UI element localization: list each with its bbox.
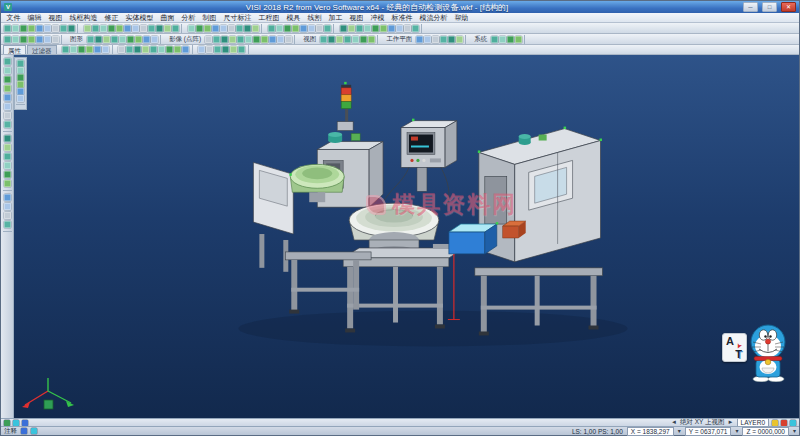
toolbar-icon[interactable] [368, 36, 375, 43]
toolbar-icon[interactable] [4, 153, 11, 160]
toolbar-icon[interactable] [102, 46, 109, 53]
coordinate-z-dropdown-icon[interactable]: ▾ [793, 428, 796, 435]
menu-item[interactable]: 文件 [3, 13, 24, 23]
toolbar-icon[interactable] [4, 203, 11, 210]
toolbar-icon[interactable] [238, 46, 245, 53]
machine-3d-model[interactable] [14, 55, 799, 418]
toolbar-icon[interactable] [268, 25, 275, 32]
toolbar-icon[interactable] [221, 36, 228, 43]
toolbar-icon[interactable] [244, 25, 251, 32]
toolbar-icon[interactable] [52, 36, 59, 43]
toolbar-icon[interactable] [424, 36, 431, 43]
toolbar-icon[interactable] [4, 144, 11, 151]
menu-item[interactable]: 分析 [178, 13, 199, 23]
toolbar-icon[interactable] [372, 25, 379, 32]
toolbar-icon[interactable] [213, 36, 220, 43]
toolbar-icon[interactable] [4, 135, 11, 142]
menu-item[interactable]: 线割 [304, 13, 325, 23]
toolbar-icon[interactable] [68, 25, 75, 32]
toolbar-icon[interactable] [4, 180, 11, 187]
toolbar-icon[interactable] [340, 25, 347, 32]
toolbar-icon[interactable] [174, 46, 181, 53]
toolbar-icon[interactable] [320, 36, 327, 43]
toolbar-icon[interactable] [78, 46, 85, 53]
toolbar-icon[interactable] [448, 36, 455, 43]
toolbar-icon[interactable] [352, 36, 359, 43]
toolbar-icon[interactable] [360, 36, 367, 43]
toolbar-icon[interactable] [142, 46, 149, 53]
toolbar-icon[interactable] [284, 25, 291, 32]
toolbar-icon[interactable] [20, 36, 27, 43]
toolbar-icon[interactable] [126, 46, 133, 53]
toolbar-icon[interactable] [132, 25, 139, 32]
toolbar-icon[interactable] [4, 94, 11, 101]
menu-item[interactable]: 修正 [101, 13, 122, 23]
toolbar-icon[interactable] [60, 25, 67, 32]
pen-color-icon[interactable] [781, 420, 787, 426]
toolbar-icon[interactable] [151, 36, 158, 43]
toolbar-icon[interactable] [4, 221, 11, 228]
toolbar-icon[interactable] [212, 25, 219, 32]
toolbar-icon[interactable] [118, 46, 125, 53]
status-grid-icon[interactable] [13, 420, 19, 426]
toolbar-icon[interactable] [4, 25, 11, 32]
command-icon[interactable] [21, 428, 27, 434]
menu-item[interactable]: 模具 [283, 13, 304, 23]
toolbar-icon[interactable] [111, 36, 118, 43]
panel-tab[interactable]: 属性 [3, 45, 26, 55]
menu-item[interactable]: 线框构造 [66, 13, 101, 23]
toolbar-icon[interactable] [36, 25, 43, 32]
menu-item[interactable]: 实体模型 [122, 13, 157, 23]
status-ortho-icon[interactable] [22, 420, 28, 426]
toolbar-icon[interactable] [20, 25, 27, 32]
toolbar-icon[interactable] [44, 25, 51, 32]
menu-item[interactable]: 帮助 [451, 13, 472, 23]
minimize-button[interactable]: ─ [743, 2, 758, 12]
toolbar-icon[interactable] [28, 25, 35, 32]
next-view-button[interactable]: ► [728, 419, 734, 426]
toolbar-icon[interactable] [277, 36, 284, 43]
toolbar-icon[interactable] [92, 25, 99, 32]
toolbar-icon[interactable] [396, 25, 403, 32]
layer-color-icon[interactable] [772, 420, 778, 426]
toolbar-icon[interactable] [440, 36, 447, 43]
toolbar-icon[interactable] [348, 25, 355, 32]
toolbar-icon[interactable] [206, 46, 213, 53]
status-snap-icon[interactable] [4, 420, 10, 426]
toolbar-icon[interactable] [4, 85, 11, 92]
maximize-button[interactable]: □ [762, 2, 777, 12]
toolbar-icon[interactable] [222, 46, 229, 53]
toolbar-icon[interactable] [404, 25, 411, 32]
toolbar-icon[interactable] [269, 36, 276, 43]
toolbar-icon[interactable] [158, 46, 165, 53]
coordinate-x-field[interactable]: X = 1838,297 [627, 427, 674, 436]
toolbar-icon[interactable] [84, 25, 91, 32]
toolbar-icon[interactable] [4, 212, 11, 219]
linetype-icon[interactable] [790, 420, 796, 426]
close-button[interactable]: ✕ [781, 2, 796, 12]
toolbar-icon[interactable] [364, 25, 371, 32]
toolbar-icon[interactable] [4, 194, 11, 201]
menu-item[interactable]: 制图 [199, 13, 220, 23]
toolbar-icon[interactable] [100, 25, 107, 32]
toolbar-icon[interactable] [356, 25, 363, 32]
toolbar-icon[interactable] [198, 46, 205, 53]
toolbar-icon[interactable] [515, 36, 522, 43]
toolbar-icon[interactable] [416, 36, 423, 43]
toolbar-icon[interactable] [499, 36, 506, 43]
toolbar-icon[interactable] [103, 36, 110, 43]
toolbar-icon[interactable] [253, 36, 260, 43]
toolbar-icon[interactable] [344, 36, 351, 43]
toolbar-icon[interactable] [44, 36, 51, 43]
toolbar-icon[interactable] [491, 36, 498, 43]
toolbar-icon[interactable] [62, 46, 69, 53]
toolbar-icon[interactable] [127, 36, 134, 43]
toolbar-icon[interactable] [95, 36, 102, 43]
toolbar-icon[interactable] [230, 46, 237, 53]
toolbar-icon[interactable] [36, 36, 43, 43]
toolbar-icon[interactable] [52, 25, 59, 32]
toolbar-icon[interactable] [285, 36, 292, 43]
toolbar-icon[interactable] [140, 25, 147, 32]
toolbar-icon[interactable] [292, 25, 299, 32]
toolbar-icon[interactable] [124, 25, 131, 32]
